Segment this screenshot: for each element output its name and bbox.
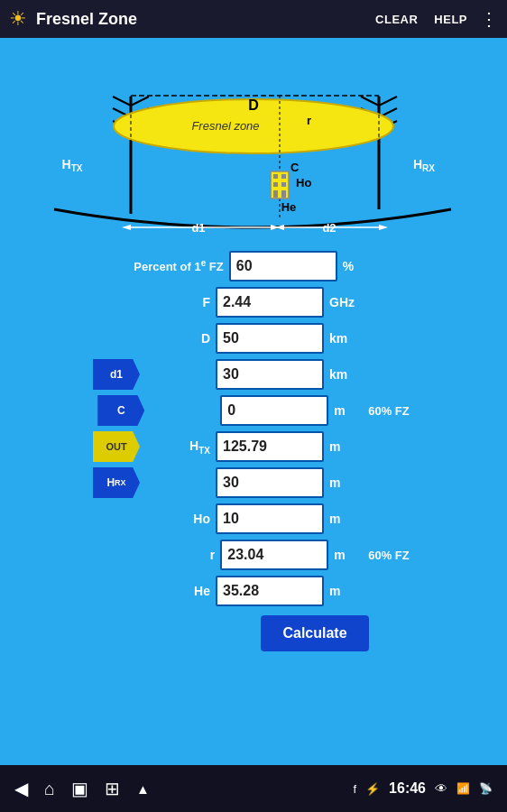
- svg-text:Fresnel zone: Fresnel zone: [191, 119, 259, 133]
- row-Ho: Ho m: [18, 503, 489, 534]
- percent-input[interactable]: [229, 251, 337, 281]
- grid-icon[interactable]: ⊞: [105, 778, 120, 799]
- up-icon[interactable]: ▲: [136, 781, 150, 797]
- row-D: D km: [18, 323, 489, 354]
- row-C: C m 60% FZ: [18, 395, 489, 426]
- arrow-C[interactable]: C: [97, 395, 144, 426]
- row-HRX: HRX m: [18, 467, 489, 498]
- arrow-HTX[interactable]: OUT: [93, 431, 140, 462]
- eye-icon: 👁: [435, 781, 447, 796]
- row-He: He m: [18, 576, 489, 606]
- app-title: Fresnel Zone: [36, 10, 359, 29]
- svg-rect-26: [273, 182, 278, 187]
- facebook-icon: f: [353, 782, 356, 796]
- calculate-button[interactable]: Calculate: [261, 615, 369, 651]
- form-area: Percent of 1e FZ % F GHz D km d1 km C m …: [0, 245, 507, 666]
- arrow-HRX[interactable]: HRX: [93, 467, 140, 498]
- input-D[interactable]: [216, 323, 324, 354]
- svg-text:Ho: Ho: [296, 176, 311, 189]
- clear-button[interactable]: CLEAR: [375, 13, 418, 26]
- input-HTX[interactable]: [216, 431, 324, 462]
- badge-r: 60% FZ: [368, 549, 410, 562]
- input-He[interactable]: [216, 576, 324, 606]
- unit-Ho: m: [324, 512, 360, 526]
- badge-C: 60% FZ: [368, 404, 410, 418]
- usb-icon: ⚡: [365, 782, 380, 796]
- input-d1[interactable]: [216, 359, 324, 390]
- unit-He: m: [324, 584, 360, 598]
- unit-r: m: [328, 548, 364, 562]
- unit-HTX: m: [324, 439, 360, 454]
- input-F[interactable]: [216, 287, 324, 318]
- unit-C: m: [328, 403, 364, 418]
- svg-rect-28: [273, 190, 278, 198]
- input-r[interactable]: [220, 540, 328, 570]
- percent-unit: %: [337, 259, 373, 273]
- input-Ho[interactable]: [216, 503, 324, 534]
- unit-d1: km: [324, 367, 360, 382]
- help-button[interactable]: HELP: [434, 13, 467, 26]
- recents-icon[interactable]: ▣: [71, 778, 88, 799]
- row-HTX: OUT HTX m: [18, 431, 489, 462]
- unit-F: GHz: [324, 295, 360, 309]
- label-r: r: [148, 548, 220, 562]
- input-C[interactable]: [220, 395, 328, 426]
- label-He: He: [143, 584, 216, 598]
- wifi-icon: 📶: [456, 782, 470, 795]
- percent-label: Percent of 1e FZ: [134, 258, 223, 273]
- bottombar: ◀ ⌂ ▣ ⊞ ▲ f ⚡ 16:46 👁 📶 📡: [0, 765, 507, 812]
- svg-rect-29: [281, 190, 286, 198]
- topbar: ☀ Fresnel Zone CLEAR HELP ⋮: [0, 0, 507, 38]
- calculate-row: Calculate: [18, 612, 489, 651]
- menu-button[interactable]: ⋮: [480, 8, 498, 30]
- svg-text:D: D: [248, 97, 259, 113]
- label-Ho: Ho: [143, 512, 216, 526]
- unit-D: km: [324, 331, 360, 346]
- unit-HRX: m: [324, 475, 360, 490]
- fresnel-diagram: D Fresnel zone r HTX HRX C Ho He: [0, 38, 507, 245]
- svg-rect-27: [281, 182, 286, 187]
- svg-rect-25: [281, 174, 286, 179]
- app-icon: ☀: [9, 7, 27, 31]
- row-d1: d1 km: [18, 359, 489, 390]
- label-HTX: HTX: [143, 438, 216, 456]
- label-D: D: [143, 331, 216, 346]
- row-F: F GHz: [18, 287, 489, 318]
- input-HRX[interactable]: [216, 467, 324, 498]
- svg-text:He: He: [281, 200, 297, 214]
- label-F: F: [143, 295, 216, 309]
- status-area: f ⚡ 16:46 👁 📶 📡: [353, 780, 493, 797]
- signal-icon: 📡: [479, 782, 493, 795]
- arrow-d1[interactable]: d1: [93, 359, 140, 390]
- svg-text:r: r: [307, 114, 311, 127]
- home-icon[interactable]: ⌂: [44, 779, 55, 799]
- svg-text:C: C: [290, 161, 300, 174]
- row-r: r m 60% FZ: [18, 540, 489, 570]
- clock: 16:46: [389, 780, 426, 797]
- percent-row: Percent of 1e FZ %: [18, 251, 489, 281]
- back-icon[interactable]: ◀: [14, 778, 28, 799]
- svg-rect-24: [273, 174, 278, 179]
